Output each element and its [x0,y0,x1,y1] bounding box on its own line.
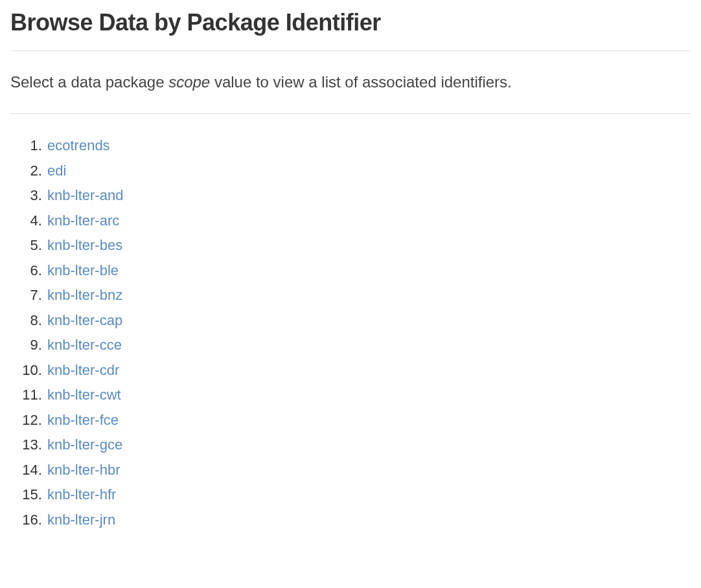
list-item: edi [46,159,691,184]
scope-link[interactable]: knb-lter-ble [47,262,119,278]
list-item: knb-lter-bnz [46,283,691,308]
instruction-before: Select a data package [10,73,168,91]
list-item: knb-lter-cce [46,333,691,358]
page-title: Browse Data by Package Identifier [10,9,691,36]
scope-link[interactable]: knb-lter-cdr [47,362,119,378]
scope-link[interactable]: knb-lter-hfr [47,486,116,503]
list-item: knb-lter-jrn [46,508,691,533]
list-item: knb-lter-arc [46,209,691,234]
scope-link[interactable]: knb-lter-hbr [47,462,120,478]
scope-link[interactable]: knb-lter-bes [47,237,122,253]
list-item: knb-lter-ble [46,258,691,284]
scope-link[interactable]: knb-lter-jrn [47,512,115,528]
list-item: knb-lter-hfr [46,482,691,508]
scope-link[interactable]: knb-lter-and [47,187,123,203]
instruction-em: scope [168,73,210,91]
scope-link[interactable]: edi [47,163,66,179]
divider [10,113,691,114]
list-item: knb-lter-cdr [46,358,691,383]
list-item: knb-lter-hbr [46,458,691,483]
instruction-after: value to view a list of associated ident… [210,73,512,91]
list-item: knb-lter-bes [46,233,691,258]
list-item: knb-lter-cwt [46,383,691,408]
divider [10,51,691,51]
scope-link[interactable]: knb-lter-fce [47,412,119,428]
list-item: knb-lter-fce [46,408,691,433]
scope-list: ecotrendsediknb-lter-andknb-lter-arcknb-… [46,133,691,532]
scope-link[interactable]: knb-lter-cce [47,337,122,353]
scope-link[interactable]: knb-lter-arc [47,212,119,229]
list-item: ecotrends [46,133,691,159]
scope-link[interactable]: ecotrends [47,137,110,153]
list-item: knb-lter-gce [46,433,691,458]
instruction-text: Select a data package scope value to vie… [10,71,691,94]
scope-link[interactable]: knb-lter-gce [47,436,122,453]
list-item: knb-lter-cap [46,308,691,334]
scope-link[interactable]: knb-lter-cap [47,312,122,328]
scope-link[interactable]: knb-lter-cwt [47,387,121,403]
scope-link[interactable]: knb-lter-bnz [47,287,122,303]
list-item: knb-lter-and [46,183,691,209]
